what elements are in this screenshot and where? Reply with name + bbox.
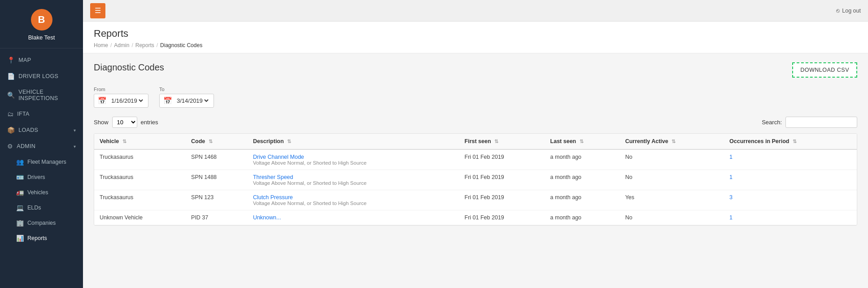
desc-main-0: Drive Channel Mode: [253, 154, 454, 160]
hamburger-icon: ☰: [95, 6, 101, 15]
cell-occ-2: 3: [724, 190, 857, 210]
sidebar-item-ifta[interactable]: 🗂 IFTA: [0, 106, 83, 122]
col-description[interactable]: Description ⇅: [248, 134, 459, 149]
cell-occ-1: 1: [724, 170, 857, 190]
loads-arrow-icon: ▾: [74, 128, 76, 133]
sidebar-item-reports-label: Reports: [27, 235, 47, 241]
diagnostic-codes-table: Vehicle ⇅ Code ⇅ Description ⇅: [94, 134, 857, 225]
elds-icon: 💻: [16, 204, 24, 211]
table-body: Truckasaurus SPN 1468 Drive Channel Mode…: [94, 149, 857, 225]
sidebar-item-companies[interactable]: 🏢 Companies: [0, 215, 83, 231]
topbar: ☰ ⎋ Log out: [83, 0, 868, 22]
sidebar-item-drivers-label: Drivers: [27, 174, 45, 180]
map-icon: 📍: [7, 57, 15, 64]
cell-first-seen-2: Fri 01 Feb 2019: [459, 190, 545, 210]
desc-main-2: Clutch Pressure: [253, 194, 454, 201]
date-to-group: To 📅 3/14/2019: [159, 87, 214, 108]
sidebar-item-driver-logs-label: DRIVER LOGS: [18, 73, 58, 79]
loads-icon: 📦: [7, 127, 15, 134]
avatar: B: [31, 9, 52, 31]
sort-desc-icon: ⇅: [287, 139, 291, 144]
breadcrumb-admin[interactable]: Admin: [114, 42, 129, 48]
sidebar-item-elds[interactable]: 💻 ELDs: [0, 200, 83, 215]
download-csv-button[interactable]: DOWNLOAD CSV: [792, 62, 857, 78]
breadcrumb-reports[interactable]: Reports: [135, 42, 154, 48]
sidebar-item-map-label: MAP: [18, 57, 31, 63]
sort-vehicle-icon: ⇅: [122, 139, 126, 144]
cell-last-seen-0: a month ago: [545, 149, 620, 170]
calendar-to-icon: 📅: [163, 96, 172, 105]
desc-sub-1: Voltage Above Normal, or Shorted to High…: [253, 180, 454, 186]
sidebar-nav: 📍 MAP 📄 DRIVER LOGS 🔍 VEHICLE INSPECTION…: [0, 48, 83, 288]
col-currently-active[interactable]: Currently Active ⇅: [620, 134, 724, 149]
page-header: Reports Home / Admin / Reports / Diagnos…: [83, 22, 868, 53]
sidebar-item-map[interactable]: 📍 MAP: [0, 52, 83, 68]
cell-occ-0: 1: [724, 149, 857, 170]
breadcrumb-current: Diagnostic Codes: [160, 42, 202, 48]
sidebar-item-admin[interactable]: ⚙ ADMIN ▾: [0, 138, 83, 154]
sidebar-item-vehicle-inspections-label: VEHICLE INSPECTIONS: [18, 89, 76, 101]
date-from-label: From: [94, 87, 148, 92]
breadcrumb-sep-1: /: [110, 42, 112, 48]
breadcrumb-sep-3: /: [157, 42, 158, 48]
section-title: Diagnostic Codes: [94, 62, 164, 73]
show-entries-group: Show 10 25 50 100 entries: [94, 117, 158, 128]
sidebar-username: Blake Test: [28, 34, 55, 41]
sidebar-item-vehicles-label: Vehicles: [27, 189, 48, 196]
col-code[interactable]: Code ⇅: [186, 134, 248, 149]
data-table-wrapper: Vehicle ⇅ Code ⇅ Description ⇅: [94, 133, 857, 226]
cell-active-2: Yes: [620, 190, 724, 210]
col-occurrences[interactable]: Occurrences in Period ⇅: [724, 134, 857, 149]
cell-code-2: SPN 123: [186, 190, 248, 210]
cell-code-1: SPN 1488: [186, 170, 248, 190]
sidebar-item-reports[interactable]: 📊 Reports: [0, 231, 83, 246]
show-entries-select[interactable]: 10 25 50 100: [112, 117, 137, 128]
hamburger-button[interactable]: ☰: [90, 3, 105, 18]
logout-button[interactable]: ⎋ Log out: [836, 8, 861, 14]
cell-occ-3: 1: [724, 210, 857, 225]
breadcrumb-home[interactable]: Home: [94, 42, 108, 48]
sort-last-seen-icon: ⇅: [580, 139, 584, 144]
sidebar-item-vehicles[interactable]: 🚛 Vehicles: [0, 185, 83, 200]
vehicles-icon: 🚛: [16, 189, 24, 196]
desc-main-1: Thresher Speed: [253, 174, 454, 180]
entries-label: entries: [141, 119, 158, 126]
cell-description-3: Unknown...: [248, 210, 459, 225]
sidebar-item-drivers[interactable]: 🪪 Drivers: [0, 170, 83, 185]
show-search-row: Show 10 25 50 100 entries Search:: [94, 117, 857, 128]
desc-sub-2: Voltage Above Normal, or Shorted to High…: [253, 201, 454, 206]
content-body: Diagnostic Codes DOWNLOAD CSV From 📅 1/1…: [83, 53, 868, 235]
cell-active-3: No: [620, 210, 724, 225]
sort-occ-icon: ⇅: [793, 139, 797, 144]
section-header: Diagnostic Codes DOWNLOAD CSV: [94, 62, 857, 78]
sidebar: B Blake Test 📍 MAP 📄 DRIVER LOGS 🔍 VEHIC…: [0, 0, 83, 288]
ifta-icon: 🗂: [7, 110, 13, 118]
sidebar-item-driver-logs[interactable]: 📄 DRIVER LOGS: [0, 68, 83, 84]
search-input[interactable]: [785, 117, 857, 128]
cell-last-seen-1: a month ago: [545, 170, 620, 190]
table-row: Truckasaurus SPN 123 Clutch Pressure Vol…: [94, 190, 857, 210]
table-row: Truckasaurus SPN 1468 Drive Channel Mode…: [94, 149, 857, 170]
cell-code-0: SPN 1468: [186, 149, 248, 170]
date-from-select[interactable]: 1/16/2019: [109, 97, 144, 105]
date-from-input-row: 📅 1/16/2019: [94, 94, 148, 108]
breadcrumb: Home / Admin / Reports / Diagnostic Code…: [94, 42, 857, 48]
desc-main-3: Unknown...: [253, 214, 454, 221]
sidebar-item-elds-label: ELDs: [27, 205, 41, 211]
col-vehicle[interactable]: Vehicle ⇅: [94, 134, 186, 149]
sidebar-item-fleet-managers[interactable]: 👥 Fleet Managers: [0, 154, 83, 170]
sidebar-item-loads[interactable]: 📦 LOADS ▾: [0, 122, 83, 138]
drivers-icon: 🪪: [16, 174, 24, 181]
cell-active-0: No: [620, 149, 724, 170]
sidebar-item-vehicle-inspections[interactable]: 🔍 VEHICLE INSPECTIONS: [0, 84, 83, 106]
cell-code-3: PID 37: [186, 210, 248, 225]
logout-label: Log out: [842, 8, 861, 14]
date-to-select[interactable]: 3/14/2019: [175, 97, 210, 105]
col-first-seen[interactable]: First seen ⇅: [459, 134, 545, 149]
sidebar-item-loads-label: LOADS: [18, 127, 38, 133]
logout-icon: ⎋: [836, 8, 840, 14]
calendar-from-icon: 📅: [98, 96, 107, 105]
page-title: Reports: [94, 28, 857, 39]
col-last-seen[interactable]: Last seen ⇅: [545, 134, 620, 149]
admin-arrow-icon: ▾: [74, 144, 76, 149]
